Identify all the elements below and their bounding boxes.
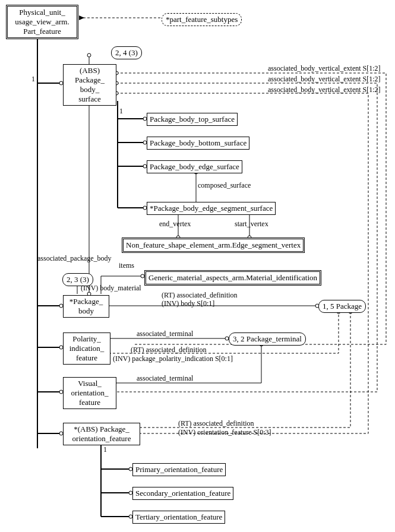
text: Secondary_orientation_feature <box>135 489 230 498</box>
label-inv-pkg-polarity: (INV) package_polarity_indication S[0:1] <box>113 354 233 363</box>
svg-point-6 <box>87 53 91 57</box>
text: 1, 5 Package <box>323 302 362 311</box>
label-assoc-terminal: associated_terminal <box>137 374 193 383</box>
label-rt-assoc-def: (RT) associated_definition <box>162 291 238 300</box>
label-assoc-body-vert: associated_body_vertical_extent S[1:2] <box>268 86 381 94</box>
entity-package-body: *Package_ body <box>63 295 109 318</box>
text: (ABS) Package_ body_ surface <box>75 66 105 103</box>
label-one: 1 <box>103 445 107 454</box>
label-start-vertex: start_vertex <box>235 220 268 229</box>
entity-material-identification: Generic_material_aspects_arm.Material_id… <box>144 270 321 286</box>
text: Polarity_ indication_ feature <box>69 334 105 362</box>
page-ref-24: 2, 4 (3) <box>111 46 142 59</box>
label-rt-assoc-def: (RT) associated_definition <box>178 419 254 428</box>
text: Visual_ orientation_ feature <box>71 379 109 407</box>
text: *part_feature_subtypes <box>166 15 238 24</box>
label-composed-surface: composed_surface <box>198 181 251 190</box>
entity-polarity-indication-feature: Polarity_ indication_ feature <box>63 332 110 365</box>
entity-package-orientation-feature: *(ABS) Package_ orientation_feature <box>63 423 140 445</box>
text: *Package_ body <box>69 297 103 315</box>
label-inv-body: (INV) body S[0:1] <box>162 299 214 308</box>
entity-secondary-orientation-feature: Secondary_orientation_feature <box>132 487 233 500</box>
select-part-feature-subtypes: *part_feature_subtypes <box>162 13 242 26</box>
entity-pkg-body-edge-surface: Package_body_edge_surface <box>147 160 242 173</box>
entity-primary-orientation-feature: Primary_orientation_feature <box>132 463 226 476</box>
entity-pkg-body-bottom-surface: Package_body_bottom_surface <box>147 137 249 150</box>
entity-package-body-surface: (ABS) Package_ body_ surface <box>63 64 116 106</box>
entity-pkg-body-top-surface: Package_body_top_surface <box>147 113 238 126</box>
text: Package_body_bottom_surface <box>150 138 247 147</box>
text: Primary_orientation_feature <box>135 465 223 474</box>
page-ref-package: 1, 5 Package <box>318 300 366 313</box>
text: Tertiary_orientation_feature <box>135 512 222 521</box>
label-items: items <box>119 261 134 270</box>
page-ref-package-terminal: 3, 2 Package_terminal <box>229 332 306 346</box>
label-assoc-body-vert: associated_body_vertical_extent S[1:2] <box>268 64 381 73</box>
text: Package_body_edge_surface <box>150 162 239 171</box>
text: 3, 2 Package_terminal <box>233 334 302 343</box>
label-assoc-body-vert: associated_body_vertical_extent S[1:2] <box>268 75 381 84</box>
entity-edge-segment-vertex: Non_feature_shape_element_arm.Edge_segme… <box>122 238 305 253</box>
entity-part-feature: Physical_unit_ usage_view_arm. Part_feat… <box>6 5 78 39</box>
entity-tertiary-orientation-feature: Tertiary_orientation_feature <box>132 511 225 524</box>
text: Non_feature_shape_element_arm.Edge_segme… <box>126 240 301 249</box>
text: 2, 3 (3) <box>67 275 89 284</box>
text: *Package_body_edge_segment_surface <box>150 204 273 213</box>
label-end-vertex: end_vertex <box>159 220 191 229</box>
label-one: 1 <box>31 75 35 84</box>
text: 2, 4 (3) <box>115 48 138 57</box>
entity-pkg-body-edge-segment-surface: *Package_body_edge_segment_surface <box>147 202 276 215</box>
label-inv-body-material: (INV) body_material <box>81 284 141 293</box>
label-assoc-pkg-body: associated_package_body <box>37 254 112 263</box>
entity-visual-orientation-feature: Visual_ orientation_ feature <box>63 377 116 409</box>
label-inv-orient: (INV) orientation_feature S[0:3] <box>178 428 271 437</box>
label-one: 1 <box>119 107 123 116</box>
label-assoc-terminal: associated_terminal <box>137 330 193 338</box>
text: Physical_unit_ usage_view_arm. Part_feat… <box>15 8 69 36</box>
text: Generic_material_aspects_arm.Material_id… <box>148 273 317 282</box>
text: Package_body_top_surface <box>150 115 235 124</box>
text: *(ABS) Package_ orientation_feature <box>72 425 131 443</box>
label-rt-assoc-def: (RT) associated_definition <box>131 346 207 354</box>
